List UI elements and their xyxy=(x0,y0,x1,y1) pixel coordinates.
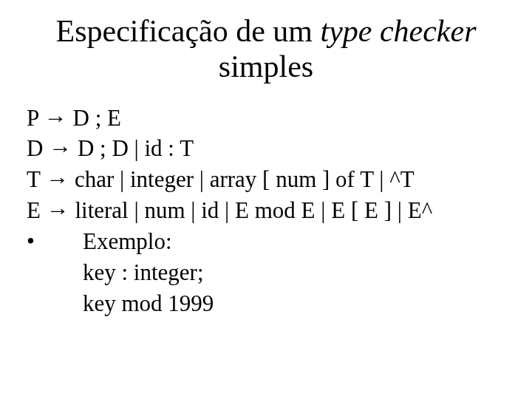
example-bullet-row: • Exemplo: xyxy=(27,226,505,257)
grammar-line-4: E → literal | num | id | E mod E | E [ E… xyxy=(27,195,505,226)
example-line-1: key : integer; xyxy=(27,257,505,288)
title-part2: simples xyxy=(219,50,313,83)
slide-body: P → D ; E D → D ; D | id : T T → char | … xyxy=(27,103,505,319)
title-italic: type checker xyxy=(320,14,476,48)
grammar-line-2: D → D ; D | id : T xyxy=(27,133,505,164)
title-part1: Especificação de um xyxy=(56,14,321,48)
slide-title: Especificação de um type checker simples xyxy=(27,13,505,85)
grammar-line-3: T → char | integer | array [ num ] of T … xyxy=(27,164,505,195)
example-label: Exemplo: xyxy=(83,226,172,257)
bullet-icon: • xyxy=(27,226,53,257)
grammar-line-1: P → D ; E xyxy=(27,103,505,134)
example-line-2: key mod 1999 xyxy=(27,288,505,319)
slide: Especificação de um type checker simples… xyxy=(0,0,532,399)
